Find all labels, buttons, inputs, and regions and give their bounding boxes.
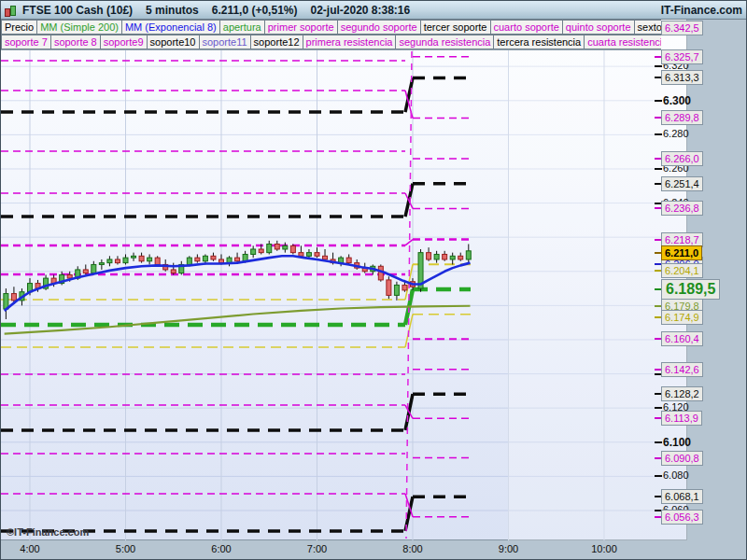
level-price-label: 6.128,2 xyxy=(661,386,703,401)
candle-body xyxy=(155,258,160,264)
candle-body xyxy=(251,249,256,254)
candle-body xyxy=(171,270,176,273)
legend-item[interactable]: tercera resistencia xyxy=(493,35,584,49)
candle-body xyxy=(139,256,144,260)
candle-body xyxy=(107,259,112,263)
level-price-label: 6.313,3 xyxy=(661,70,703,85)
pivot-connector xyxy=(405,240,413,245)
legend-item[interactable]: segunda resistencia xyxy=(395,35,493,49)
legend-item[interactable]: primera resistencia xyxy=(303,35,396,49)
price-tick xyxy=(655,100,662,102)
level-price-label: 6.204,1 xyxy=(661,263,703,278)
price-tick xyxy=(655,65,662,67)
legend-item[interactable]: apertura xyxy=(219,20,264,35)
candle-body xyxy=(466,251,471,259)
legend-row-2: soporte 7soporte 8soporte9soporte10sopor… xyxy=(1,35,661,50)
price-tick-label: 6.080 xyxy=(663,469,689,481)
candle-body xyxy=(115,259,120,263)
price-tick xyxy=(655,475,662,477)
last-price-label: 6.211,0 (+0,51%) xyxy=(212,4,298,17)
level-price-label: 6.090,8 xyxy=(661,451,703,466)
legend-row-1: PrecioMM (Simple 200)MM (Exponencial 8)a… xyxy=(1,20,661,35)
current-price-label: 6.211,0 xyxy=(661,245,702,260)
platform-brand: IT-Finance.com xyxy=(661,4,742,17)
legend-item[interactable]: primer soporte xyxy=(264,20,337,35)
legend-item[interactable]: MM (Simple 200) xyxy=(36,20,121,35)
candle-body xyxy=(203,256,207,260)
level-price-label: 6.056,3 xyxy=(661,510,703,525)
level-price-label: 6.236,8 xyxy=(661,201,703,216)
legend-item[interactable]: Precio xyxy=(1,20,36,35)
legend-item[interactable]: soporte 8 xyxy=(50,35,100,49)
candle-body xyxy=(195,258,200,261)
candle-body xyxy=(211,256,216,259)
candle-body xyxy=(132,256,136,258)
chart-window: FTSE 100 Cash (10£) 5 minutos 6.211,0 (+… xyxy=(0,0,747,560)
time-tick-label: 10:00 xyxy=(591,543,617,554)
level-price-label: 6.325,7 xyxy=(661,49,703,64)
candle-body xyxy=(83,270,88,273)
legend-item[interactable]: MM (Exponencial 8) xyxy=(121,20,219,35)
ema8-line xyxy=(5,256,471,311)
candle-body xyxy=(434,254,439,259)
level-price-label: 6.113,9 xyxy=(661,411,702,426)
legend-item[interactable]: cuarta resistencia xyxy=(584,35,661,49)
price-tick xyxy=(655,441,662,443)
candle-body xyxy=(427,253,431,259)
candle-body xyxy=(235,258,240,261)
legend-item[interactable]: quinto soporte xyxy=(562,20,634,35)
level-price-label: 6.251,4 xyxy=(661,176,703,191)
interval-label: 5 minutos xyxy=(146,4,199,17)
chart-watermark: ©IT-Finance.com xyxy=(7,526,89,538)
candle-body xyxy=(387,280,391,295)
time-tick-label: 4:00 xyxy=(20,543,39,554)
legend-item[interactable]: cuarto soporte xyxy=(490,20,562,35)
level-price-label: 6.142,6 xyxy=(661,362,703,377)
candle-body xyxy=(283,245,288,249)
candle-body xyxy=(290,245,295,252)
level-price-label: 6.289,8 xyxy=(661,110,703,125)
time-tick-label: 8:00 xyxy=(402,543,422,554)
level-price-label: 6.160,4 xyxy=(661,331,703,346)
time-tick-label: 6:00 xyxy=(211,543,231,554)
legend-item[interactable]: soporte10 xyxy=(147,35,199,49)
time-axis[interactable]: 4:005:006:007:008:009:0010:00 xyxy=(1,540,747,560)
candle-body xyxy=(259,249,263,253)
candle-body xyxy=(275,244,279,248)
legend-item[interactable]: sexto soporte xyxy=(634,20,661,35)
candle-body xyxy=(148,258,152,261)
candle-body xyxy=(306,253,311,257)
candlestick-chart[interactable] xyxy=(1,20,687,540)
legend-item[interactable]: soporte 7 xyxy=(1,35,50,49)
chart-plot-area[interactable]: PrecioMM (Simple 200)MM (Exponencial 8)a… xyxy=(1,20,687,540)
level-price-label: 6.068,1 xyxy=(661,489,703,504)
instrument-title: FTSE 100 Cash (10£) xyxy=(22,4,133,17)
open-price-label: 6.189,5 xyxy=(661,279,720,300)
level-price-label: 6.174,9 xyxy=(661,310,703,325)
price-tick-label: 6.100 xyxy=(663,436,691,449)
level-price-label: 6.266,0 xyxy=(661,151,703,166)
candle-body xyxy=(267,244,272,252)
title-bar: FTSE 100 Cash (10£) 5 minutos 6.211,0 (+… xyxy=(1,1,747,20)
candle-body xyxy=(123,258,128,262)
legend-item[interactable]: soporte9 xyxy=(100,35,147,49)
candle-body xyxy=(67,274,72,278)
legend-item[interactable]: tercer soporte xyxy=(420,20,490,35)
candle-body xyxy=(443,254,447,259)
candle-body xyxy=(450,256,455,259)
price-tick xyxy=(655,168,662,170)
price-tick-label: 6.300 xyxy=(663,94,691,107)
price-tick xyxy=(655,407,662,409)
candle-body xyxy=(315,253,319,257)
candle-body xyxy=(299,253,303,257)
candle-body xyxy=(458,256,463,259)
candle-body xyxy=(218,259,223,263)
candlestick-icon xyxy=(4,4,17,17)
legend-item[interactable]: segundo soporte xyxy=(337,20,420,35)
datetime-label: 02-jul-2020 8:38:16 xyxy=(310,4,410,17)
legend-item[interactable]: soporte11 xyxy=(199,35,250,49)
time-tick-label: 9:00 xyxy=(499,543,518,554)
candle-body xyxy=(92,264,96,273)
candle-body xyxy=(378,266,383,280)
legend-item[interactable]: soporte12 xyxy=(250,35,303,49)
